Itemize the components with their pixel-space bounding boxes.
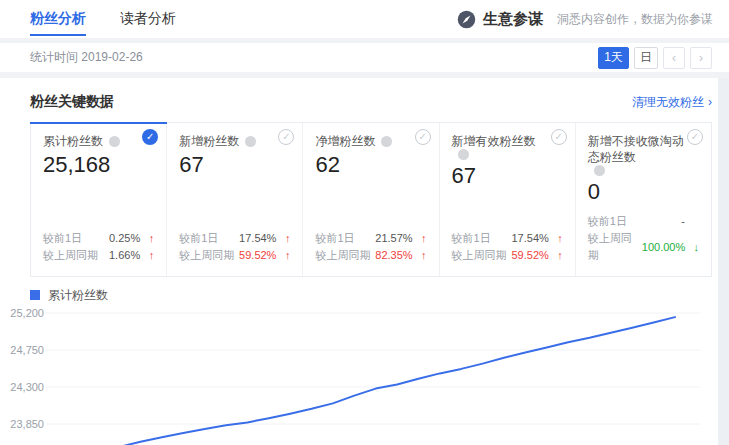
comparison-label: 较上周同期 — [588, 230, 642, 264]
y-axis-label: 24,750 — [10, 344, 44, 356]
comparison-value: 100.00% — [642, 239, 685, 256]
legend-swatch-icon — [30, 290, 40, 300]
comparison-value: 17.54% — [239, 230, 276, 247]
metric-comparisons: 较前1日0.25%↑较上周同期1.66%↑ — [43, 222, 154, 264]
comparison-row: 较上周同期100.00%↓ — [588, 230, 699, 264]
arrow-up-icon: ↑ — [276, 230, 290, 247]
comparison-label: 较上周同期 — [452, 247, 507, 264]
range-controls: 1天 日 ‹ › — [598, 47, 712, 69]
day-granularity-button[interactable]: 日 — [634, 47, 658, 69]
brand-area: 生意参谋 洞悉内容创作，数据为你参谋 — [457, 10, 713, 29]
comparison-row: 较上周同期1.66%↑ — [43, 247, 154, 264]
y-axis-label: 24,300 — [10, 381, 44, 393]
comparison-label: 较上周同期 — [43, 247, 98, 264]
help-icon[interactable] — [594, 165, 605, 176]
comparison-row: 较前1日0.25%↑ — [43, 230, 154, 247]
prev-date-button[interactable]: ‹ — [663, 47, 685, 69]
arrow-up-icon: ↑ — [549, 230, 563, 247]
section-header: 粉丝关键数据 清理无效粉丝› — [30, 88, 712, 116]
comparison-label: 较上周同期 — [179, 247, 234, 264]
chevron-right-icon: › — [708, 95, 712, 109]
comparison-row: 较前1日17.54%↑ — [179, 230, 290, 247]
range-1day-button[interactable]: 1天 — [598, 47, 629, 69]
comparison-label: 较前1日 — [43, 230, 82, 247]
brand-slogan: 洞悉内容创作，数据为你参谋 — [557, 11, 713, 28]
help-icon[interactable] — [109, 136, 120, 147]
stat-time-text: 统计时间 2019-02-26 — [30, 49, 143, 66]
legend-label: 累计粉丝数 — [48, 287, 108, 304]
comparison-row: 较上周同期59.52%↑ — [179, 247, 290, 264]
comparison-row: 较前1日21.57%↑ — [315, 230, 426, 247]
help-icon[interactable] — [458, 149, 469, 160]
arrow-up-icon: ↑ — [140, 230, 154, 247]
clean-invalid-fans-link[interactable]: 清理无效粉丝› — [632, 94, 712, 111]
metric-value: 25,168 — [43, 152, 154, 178]
metric-card[interactable]: ✓ 新增粉丝数 67 较前1日17.54%↑较上周同期59.52%↑ — [167, 123, 303, 276]
metric-card[interactable]: ✓ 新增有效粉丝数 67 较前1日17.54%↑较上周同期59.52%↑ — [440, 123, 576, 276]
unselected-check-icon[interactable]: ✓ — [278, 129, 294, 145]
metric-comparisons: 较前1日21.57%↑较上周同期82.35%↑ — [315, 222, 426, 264]
comparison-label: 较上周同期 — [315, 247, 370, 264]
comparison-value: 17.54% — [512, 230, 549, 247]
comparison-value: 0.25% — [109, 230, 140, 247]
metric-value: 62 — [315, 152, 426, 178]
unselected-check-icon[interactable]: ✓ — [687, 129, 703, 145]
comparison-label: 较前1日 — [452, 230, 491, 247]
comparison-value: 21.57% — [375, 230, 412, 247]
comparison-row: 较前1日- — [588, 213, 699, 230]
arrow-up-icon: ↑ — [413, 247, 427, 264]
comparison-value: 59.52% — [239, 247, 276, 264]
stat-date: 2019-02-26 — [81, 50, 142, 64]
arrow-down-icon: ↓ — [685, 239, 699, 256]
comparison-row: 较上周同期59.52%↑ — [452, 247, 563, 264]
tab-fan-analysis[interactable]: 粉丝分析 — [30, 0, 86, 38]
time-toolbar: 统计时间 2019-02-26 1天 日 ‹ › — [0, 43, 729, 72]
arrow-up-icon: ↑ — [140, 247, 154, 264]
chart-canvas: 23,40023,85024,30024,75025,20001-2801-31… — [0, 305, 729, 445]
comparison-label: 较前1日 — [179, 230, 218, 247]
y-axis-label: 23,850 — [10, 418, 44, 430]
comparison-row: 较前1日17.54%↑ — [452, 230, 563, 247]
comparison-value: - — [681, 213, 685, 230]
metric-value: 0 — [588, 179, 699, 205]
metric-title: 新增粉丝数 — [179, 133, 239, 149]
help-icon[interactable] — [381, 136, 392, 147]
line-chart: 23,40023,85024,30024,75025,20001-2801-31… — [0, 305, 729, 445]
comparison-value: 1.66% — [109, 247, 140, 264]
sycm-logo-icon — [457, 10, 476, 29]
top-tab-bar: 粉丝分析 读者分析 生意参谋 洞悉内容创作，数据为你参谋 — [0, 0, 729, 38]
metric-card[interactable]: ✓ 累计粉丝数 25,168 较前1日0.25%↑较上周同期1.66%↑ — [31, 123, 167, 276]
metric-comparisons: 较前1日-较上周同期100.00%↓ — [588, 205, 699, 264]
arrow-up-icon: ↑ — [413, 230, 427, 247]
unselected-check-icon[interactable]: ✓ — [415, 129, 431, 145]
comparison-label: 较前1日 — [315, 230, 354, 247]
metric-value: 67 — [452, 163, 563, 189]
metric-card[interactable]: ✓ 净增粉丝数 62 较前1日21.57%↑较上周同期82.35%↑ — [303, 123, 439, 276]
y-axis-label: 25,200 — [10, 307, 44, 319]
selected-check-icon[interactable]: ✓ — [142, 129, 158, 145]
metric-comparisons: 较前1日17.54%↑较上周同期59.52%↑ — [452, 222, 563, 264]
line-series — [55, 317, 675, 445]
comparison-value: 82.35% — [375, 247, 412, 264]
section-title: 粉丝关键数据 — [30, 93, 114, 111]
tabs: 粉丝分析 读者分析 — [30, 0, 176, 38]
help-icon[interactable] — [245, 136, 256, 147]
unselected-check-icon[interactable]: ✓ — [551, 129, 567, 145]
page-right-gutter — [718, 78, 729, 445]
arrow-up-icon: ↑ — [276, 247, 290, 264]
arrow-up-icon: ↑ — [549, 247, 563, 264]
metric-title: 新增有效粉丝数 — [452, 133, 536, 149]
next-date-button[interactable]: › — [690, 47, 712, 69]
comparison-label: 较前1日 — [588, 213, 627, 230]
metric-card[interactable]: ✓ 新增不接收微淘动态粉丝数 0 较前1日-较上周同期100.00%↓ — [576, 123, 711, 276]
comparison-row: 较上周同期82.35%↑ — [315, 247, 426, 264]
metric-cards: ✓ 累计粉丝数 25,168 较前1日0.25%↑较上周同期1.66%↑ ✓ 新… — [30, 122, 712, 277]
metric-value: 67 — [179, 152, 290, 178]
tab-reader-analysis[interactable]: 读者分析 — [120, 0, 176, 38]
metric-title: 新增不接收微淘动态粉丝数 — [588, 133, 685, 165]
brand-name: 生意参谋 — [483, 10, 543, 29]
metric-title: 净增粉丝数 — [315, 133, 375, 149]
main-content: 粉丝关键数据 清理无效粉丝› ✓ 累计粉丝数 25,168 较前1日0.25%↑… — [0, 78, 729, 445]
chart-legend-item[interactable]: 累计粉丝数 — [30, 287, 712, 303]
comparison-value: 59.52% — [512, 247, 549, 264]
